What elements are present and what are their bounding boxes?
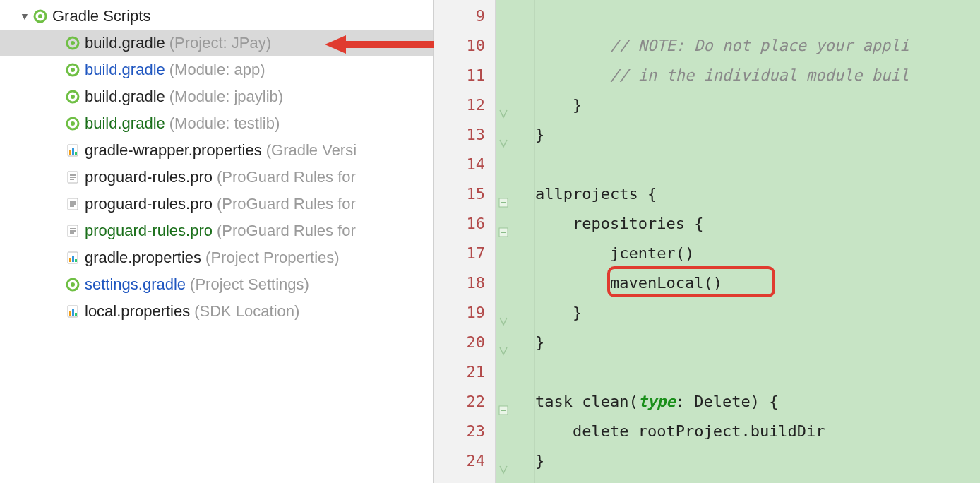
tree-file-item[interactable]: build.gradle(Module: jpaylib) <box>0 83 433 110</box>
fold-cell[interactable] <box>496 90 534 120</box>
code-line[interactable] <box>535 1 980 31</box>
code-line[interactable]: repositories { <box>535 209 980 239</box>
code-token: // in the individual module buil <box>610 66 909 84</box>
tree-node-gradle-scripts[interactable]: ▼ Gradle Scripts <box>0 3 433 30</box>
project-tree-sidebar[interactable]: ▼ Gradle Scripts build.gradle(Project: J… <box>0 0 434 483</box>
code-line[interactable]: allprojects { <box>535 179 980 209</box>
fold-cell[interactable] <box>496 209 534 239</box>
tree-file-item[interactable]: proguard-rules.pro(ProGuard Rules for <box>0 217 433 244</box>
code-token: : Delete) { <box>676 393 779 410</box>
fold-cell[interactable] <box>496 120 534 150</box>
fold-gutter[interactable] <box>496 0 535 483</box>
file-name-label: build.gradle <box>85 114 165 133</box>
line-number[interactable]: 10 <box>434 31 495 61</box>
disclosure-triangle-icon[interactable]: ▼ <box>20 11 30 22</box>
file-context-label: (Module: jpaylib) <box>169 88 283 106</box>
code-line[interactable]: } <box>535 90 980 120</box>
line-number[interactable]: 11 <box>434 61 495 90</box>
tree-file-item[interactable]: build.gradle(Module: app) <box>0 56 433 83</box>
code-token: } <box>535 96 582 114</box>
props-color-icon <box>65 304 80 319</box>
code-line[interactable]: } <box>535 120 980 150</box>
svg-point-5 <box>71 68 75 72</box>
line-number[interactable]: 14 <box>434 150 495 179</box>
line-number[interactable]: 13 <box>434 120 495 150</box>
line-number[interactable]: 15 <box>434 179 495 209</box>
file-context-label: (Project Properties) <box>205 249 340 267</box>
tree-file-item[interactable]: settings.gradle(Project Settings) <box>0 271 433 298</box>
tree-file-item[interactable]: build.gradle(Module: testlib) <box>0 110 433 137</box>
code-line[interactable]: // NOTE: Do not place your appli <box>535 31 980 61</box>
line-number[interactable]: 17 <box>434 239 495 268</box>
code-line[interactable] <box>535 150 980 179</box>
code-editor[interactable]: 9101112131415161718192021222324 // NOTE:… <box>434 0 980 483</box>
fold-close-icon[interactable] <box>498 308 508 318</box>
code-token: task clean( <box>535 393 638 410</box>
code-token <box>535 66 610 84</box>
code-line[interactable]: // in the individual module buil <box>535 61 980 90</box>
line-number-gutter[interactable]: 9101112131415161718192021222324 <box>434 0 496 483</box>
tree-file-item[interactable]: build.gradle(Project: JPay) <box>0 30 433 56</box>
line-number[interactable]: 18 <box>434 268 495 298</box>
fold-cell[interactable] <box>496 298 534 328</box>
fold-close-icon[interactable] <box>498 338 508 347</box>
fold-cell[interactable] <box>496 446 534 476</box>
code-line[interactable]: } <box>535 328 980 357</box>
code-line[interactable]: } <box>535 298 980 328</box>
svg-rect-11 <box>69 150 71 155</box>
tree-file-item[interactable]: proguard-rules.pro(ProGuard Rules for <box>0 164 433 191</box>
fold-open-icon[interactable] <box>498 397 508 407</box>
code-line[interactable]: jcenter() <box>535 239 980 268</box>
fold-cell[interactable] <box>496 179 534 209</box>
gradle-icon <box>65 62 80 78</box>
code-line[interactable]: delete rootProject.buildDir <box>535 417 980 446</box>
fold-close-icon[interactable] <box>498 130 508 140</box>
code-line[interactable]: task clean(type: Delete) { <box>535 387 980 417</box>
line-number[interactable]: 23 <box>434 417 495 446</box>
tree-file-item[interactable]: gradle-wrapper.properties(Gradle Versi <box>0 137 433 164</box>
fold-cell <box>496 150 534 179</box>
file-name-label: gradle.properties <box>85 249 201 267</box>
gradle-icon <box>65 89 80 105</box>
fold-open-icon[interactable] <box>498 189 508 199</box>
tree-file-item[interactable]: local.properties(SDK Location) <box>0 298 433 325</box>
file-context-label: (ProGuard Rules for <box>217 168 356 186</box>
code-line[interactable] <box>535 357 980 387</box>
fold-cell[interactable] <box>496 328 534 357</box>
line-number[interactable]: 12 <box>434 90 495 120</box>
line-number[interactable]: 9 <box>434 1 495 31</box>
code-token: mavenLocal() <box>535 274 722 292</box>
file-name-label: build.gradle <box>85 61 165 79</box>
fold-cell <box>496 1 534 31</box>
code-area[interactable]: // NOTE: Do not place your appli // in t… <box>535 0 980 483</box>
gradle-icon <box>65 116 80 131</box>
code-line[interactable]: mavenLocal() <box>535 268 980 298</box>
file-context-label: (Project Settings) <box>190 275 309 294</box>
code-token: } <box>535 452 544 470</box>
svg-point-9 <box>71 121 75 126</box>
file-name-label: build.gradle <box>85 88 165 106</box>
props-color-icon <box>65 143 80 158</box>
svg-rect-27 <box>69 258 71 262</box>
file-context-label: (ProGuard Rules for <box>217 195 356 213</box>
gradle-icon <box>65 35 80 51</box>
text-icon <box>65 196 80 212</box>
svg-rect-33 <box>69 311 71 316</box>
tree-file-item[interactable]: proguard-rules.pro(ProGuard Rules for <box>0 191 433 217</box>
fold-cell <box>496 239 534 268</box>
fold-close-icon[interactable] <box>498 100 508 110</box>
fold-cell[interactable] <box>496 387 534 417</box>
fold-close-icon[interactable] <box>498 456 508 466</box>
line-number[interactable]: 16 <box>434 209 495 239</box>
file-name-label: proguard-rules.pro <box>85 222 213 240</box>
line-number[interactable]: 24 <box>434 446 495 476</box>
fold-cell <box>496 61 534 90</box>
line-number[interactable]: 19 <box>434 298 495 328</box>
fold-open-icon[interactable] <box>498 219 508 229</box>
line-number[interactable]: 22 <box>434 387 495 417</box>
line-number[interactable]: 21 <box>434 357 495 387</box>
text-icon <box>65 169 80 185</box>
line-number[interactable]: 20 <box>434 328 495 357</box>
code-line[interactable]: } <box>535 446 980 476</box>
tree-file-item[interactable]: gradle.properties(Project Properties) <box>0 244 433 271</box>
